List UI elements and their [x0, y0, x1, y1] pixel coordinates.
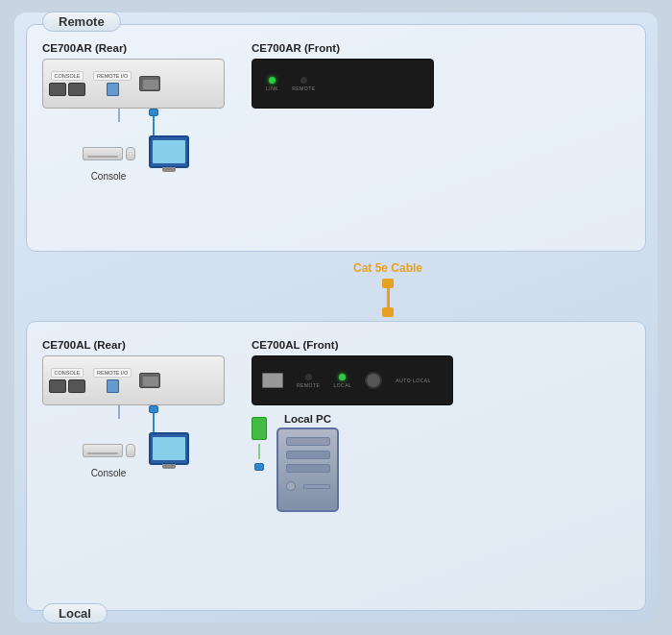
cat5-label: Cat 5e Cable: [353, 261, 422, 275]
cat5-connector-top: [382, 279, 394, 288]
local-label: Local: [42, 603, 108, 623]
led-label-remote: REMOTE: [292, 85, 315, 91]
ce700ar-front-block: CE700AR (Front) LINK REMOTE: [252, 42, 434, 109]
local-content: CE700AL (Rear) CONSOLE: [42, 331, 630, 512]
local-vga-port: [139, 373, 160, 388]
ce700ar-front-device: LINK REMOTE: [252, 59, 434, 109]
auto-local-knob[interactable]: [365, 372, 382, 389]
local-rj45-port: [107, 379, 119, 393]
ce700ar-front-label: CE700AR (Front): [252, 42, 434, 54]
local-section: CE700AL (Rear) CONSOLE: [26, 321, 646, 611]
local-console-peripheral: Console: [83, 444, 135, 478]
pc-tower: [276, 427, 339, 512]
keyboard-icon: [83, 147, 123, 160]
led-label-local: LOCAL: [333, 382, 351, 388]
pc-drive-bay-1: [286, 437, 330, 446]
console-text-remote: Console: [91, 171, 127, 182]
led-label-remote-local: REMOTE: [297, 382, 320, 388]
local-wire-to-monitor: [153, 413, 155, 432]
led-dot-link: [269, 77, 276, 84]
blue-connector-top: [149, 109, 158, 116]
remote-section: Remote CE700AR (Rear) CONSOLE: [26, 24, 646, 252]
local-wire-to-keyboard: [118, 405, 120, 419]
monitor-screen-remote: [153, 140, 185, 163]
cat5-wire: [387, 288, 390, 307]
led-remote: REMOTE: [292, 77, 315, 91]
console-peripheral: Console: [83, 147, 135, 182]
mouse-icon: [126, 147, 135, 160]
local-mouse-icon: [126, 444, 135, 457]
local-remote-io-label: REMOTE I/O: [93, 368, 132, 378]
led-label-link: LINK: [266, 85, 278, 91]
ce700al-rear-block: CE700AL (Rear) CONSOLE: [42, 339, 225, 478]
monitor-peripheral: [149, 135, 189, 168]
led-remote-local: REMOTE: [297, 374, 320, 388]
led-dot-local: [339, 374, 346, 380]
ce700al-front-label: CE700AL (Front): [252, 339, 453, 351]
local-usb-port-1: [49, 379, 66, 393]
monitor-icon-remote: [149, 135, 189, 168]
usb-connector-to-pc: [254, 463, 264, 471]
ce700al-front-device: REMOTE LOCAL AUTO LOCAL: [252, 355, 453, 405]
usb-port-2: [68, 83, 85, 96]
usb-port-1: [49, 83, 66, 96]
vga-port: [139, 76, 160, 91]
console-port-label: CONSOLE: [51, 71, 84, 81]
local-pc-group: Local PC: [276, 413, 339, 512]
main-container: Remote CE700AR (Rear) CONSOLE: [14, 12, 658, 623]
ce700al-front-block: CE700AL (Front) REMOTE LOCAL: [252, 339, 453, 512]
pc-drive-bay-3: [286, 464, 330, 473]
rj45-port: [107, 83, 119, 96]
led-group-remote: LINK REMOTE: [266, 77, 316, 91]
cable-section: Cat 5e Cable: [26, 261, 646, 317]
wire-to-pc-vga: [258, 444, 260, 459]
ce700ar-rear-device: CONSOLE REMOTE I/O: [42, 59, 225, 109]
pc-power-button[interactable]: [286, 481, 296, 491]
remote-label: Remote: [42, 12, 121, 32]
local-usb-port-2: [68, 379, 85, 393]
local-blue-connector-top: [149, 405, 158, 413]
wire-to-keyboard: [118, 109, 120, 122]
local-pc-label: Local PC: [284, 413, 331, 425]
ce700al-rear-device: CONSOLE REMOTE I/O: [42, 355, 225, 405]
ce700al-vga-front: [262, 373, 283, 388]
monitor-screen-local: [153, 437, 185, 460]
led-dot-remote-local: [305, 374, 312, 380]
local-keyboard-icon: [83, 444, 123, 457]
wire-to-monitor: [153, 116, 155, 135]
pc-drive-bay-2: [286, 451, 330, 459]
remote-io-label: REMOTE I/O: [93, 71, 132, 81]
led-local: LOCAL: [333, 374, 351, 388]
led-dot-remote: [300, 77, 307, 84]
ce700ar-rear-label: CE700AR (Rear): [42, 42, 225, 54]
pc-disk-slot: [303, 484, 330, 489]
ce700ar-rear-block: CE700AR (Rear) CONSOLE: [42, 42, 225, 182]
vga-connector-green: [252, 417, 267, 440]
led-link: LINK: [266, 77, 278, 91]
monitor-icon-local: [149, 432, 189, 465]
local-console-port-label: CONSOLE: [51, 368, 84, 378]
cat5-connector-bottom: [382, 307, 394, 317]
console-text-local: Console: [91, 468, 127, 478]
led-label-auto-local: AUTO LOCAL: [396, 378, 431, 383]
ce700al-rear-label: CE700AL (Rear): [42, 339, 225, 351]
led-group-local: REMOTE LOCAL: [297, 374, 351, 388]
local-monitor-peripheral: [149, 432, 189, 465]
